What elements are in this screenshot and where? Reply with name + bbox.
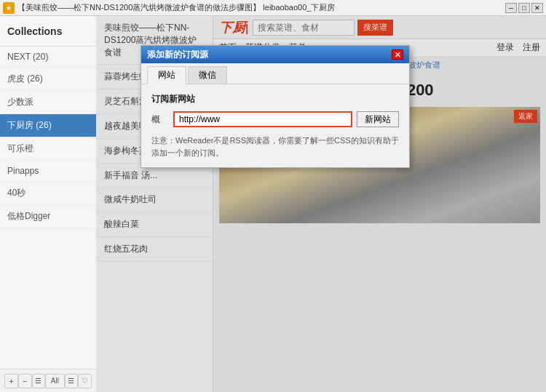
sidebar-item-hupi[interactable]: 虎皮 (26) xyxy=(0,68,96,91)
dialog-title-bar: 添加新的订阅源 ✕ xyxy=(141,46,409,63)
remove-feed-button[interactable]: − xyxy=(18,374,32,388)
app-icon: ★ xyxy=(3,2,15,14)
mark-all-button[interactable]: All xyxy=(45,374,64,388)
minimize-button[interactable]: ─ xyxy=(505,3,517,13)
dialog-body: 订阅新网站 概 新网站 注意：WeReader不是RSS阅读器，你需要了解一些C… xyxy=(141,84,409,167)
tab-wechat[interactable]: 微信 xyxy=(188,66,227,84)
sidebar-item-40miao[interactable]: 40秒 xyxy=(0,182,96,205)
window-controls: ─ □ ✕ xyxy=(505,3,543,13)
favorites-button[interactable]: ♡ xyxy=(78,374,92,388)
window-title: 【美味煎饺——松下NN-DS1200蒸汽烘烤微波炉食谱的做法步骤图】 leiba… xyxy=(17,2,335,13)
list-view-button[interactable]: ☰ xyxy=(65,374,79,388)
close-button[interactable]: ✕ xyxy=(531,3,543,13)
folder-button[interactable]: ☰ xyxy=(32,374,46,388)
right-panel: 美味煎饺——松下NN-DS1200蒸汽烘烤微波炉食谱 蒜蓉烤生蚝 灵芝石斛洋参炖… xyxy=(97,16,546,392)
new-site-button[interactable]: 新网站 xyxy=(357,111,399,127)
dialog-overlay: 添加新的订阅源 ✕ 网站 微信 订阅新网站 概 新网站 注意：WeRead xyxy=(97,16,546,392)
sidebar-footer: + − ☰ All ☰ ♡ xyxy=(0,369,96,392)
sidebar-item-shaosupai[interactable]: 少数派 xyxy=(0,91,96,114)
add-feed-button[interactable]: + xyxy=(4,374,18,388)
main-container: Collections NEXT (20) 虎皮 (26) 少数派 下厨房 (2… xyxy=(0,16,546,392)
title-bar: ★ 【美味煎饺——松下NN-DS1200蒸汽烘烤微波炉食谱的做法步骤图】 lei… xyxy=(0,0,546,16)
tab-website[interactable]: 网站 xyxy=(147,66,186,84)
dialog-close-button[interactable]: ✕ xyxy=(392,49,403,60)
dialog-title: 添加新的订阅源 xyxy=(147,49,208,61)
sidebar-items: NEXT (20) 虎皮 (26) 少数派 下厨房 (26) 可乐橙 Pinap… xyxy=(0,47,96,369)
sidebar-item-pinapps[interactable]: Pinapps xyxy=(0,161,96,182)
dialog-url-row: 概 新网站 xyxy=(151,111,399,127)
dialog-url-input[interactable] xyxy=(173,111,352,127)
sidebar: Collections NEXT (20) 虎皮 (26) 少数派 下厨房 (2… xyxy=(0,16,97,392)
dialog-section-title: 订阅新网站 xyxy=(151,93,399,105)
sidebar-item-next[interactable]: NEXT (20) xyxy=(0,47,96,68)
add-feed-dialog: 添加新的订阅源 ✕ 网站 微信 订阅新网站 概 新网站 注意：WeRead xyxy=(141,45,410,168)
maximize-button[interactable]: □ xyxy=(518,3,530,13)
sidebar-header: Collections xyxy=(0,16,96,47)
dialog-url-label: 概 xyxy=(151,113,169,126)
dialog-tabs: 网站 微信 xyxy=(141,63,409,84)
sidebar-item-kele[interactable]: 可乐橙 xyxy=(0,137,96,161)
dialog-note: 注意：WeReader不是RSS阅读器，你需要了解一些CSS的知识有助于添加一个… xyxy=(151,135,399,159)
sidebar-item-digger[interactable]: 低格Digger xyxy=(0,205,96,228)
sidebar-item-xiachufang[interactable]: 下厨房 (26) xyxy=(0,114,96,137)
title-bar-left: ★ 【美味煎饺——松下NN-DS1200蒸汽烘烤微波炉食谱的做法步骤图】 lei… xyxy=(3,2,335,14)
